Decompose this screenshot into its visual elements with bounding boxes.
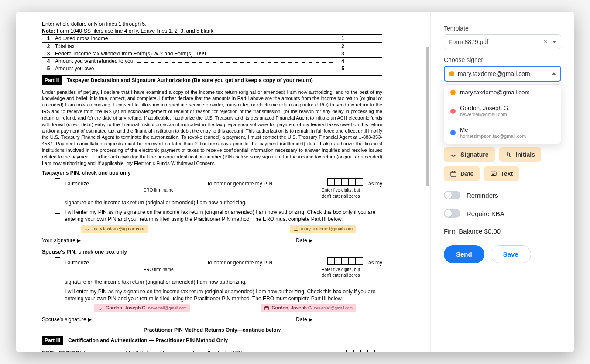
line-num: 5: [42, 65, 55, 72]
button-label: Date: [460, 170, 473, 177]
date-label: Date ▶: [296, 237, 312, 244]
checkbox-self-pin-taxpayer[interactable]: [55, 209, 60, 214]
taxpayer-authorize-row: I authorize to enter or generate my PIN …: [42, 178, 382, 206]
line-1: 1 Adjusted gross income 1: [42, 35, 382, 42]
signer-dot-icon: [450, 109, 456, 114]
calendar-icon: [293, 226, 298, 231]
svg-rect-0: [294, 227, 298, 231]
pin-boxes[interactable]: [327, 178, 363, 186]
template-label: Template: [444, 25, 561, 32]
part-ii-title: Taxpayer Declaration and Signature Autho…: [67, 77, 313, 83]
date-field-tag-taxpayer[interactable]: mary.taxdome@gmail.com: [290, 225, 356, 234]
part-iii-title: Certification and Authentication — Pract…: [68, 337, 228, 343]
as-my: as my: [368, 259, 382, 266]
scrollbar-thumb[interactable]: [426, 47, 429, 186]
field-type-buttons: Signature Initials Date Text: [444, 147, 561, 181]
kba-label: Require KBA: [467, 210, 504, 217]
template-value: Form 8879.pdf: [449, 38, 488, 45]
your-signature-label: Your signature ▶: [42, 237, 81, 244]
option-email: newemail@gmail.com: [460, 112, 510, 117]
part-iii-header: Part III Certification and Authenticatio…: [42, 336, 382, 345]
svg-rect-2: [451, 172, 456, 176]
button-label: Text: [501, 170, 513, 177]
send-button[interactable]: Send: [444, 245, 484, 263]
pin-trailing: to enter or generate my PIN: [208, 259, 272, 266]
enter-five-label: Enter five digits, but don't enter all z…: [317, 267, 365, 278]
option-name: Gordon, Joseph G.: [460, 105, 510, 112]
date-field-tag-spouse[interactable]: Gordon, Joseph G. newemail@gmail.com: [261, 304, 356, 312]
signature-field-tag-spouse[interactable]: Gordon, Joseph G. newemail@gmail.com: [94, 304, 190, 312]
add-signature-button[interactable]: Signature: [444, 147, 495, 162]
tag-email: mary.taxdome@gmail.com: [93, 226, 144, 232]
svg-rect-1: [264, 306, 268, 310]
scrollbar-track: [425, 29, 430, 186]
kba-toggle[interactable]: [444, 209, 460, 218]
signature-icon: [85, 226, 90, 231]
tag-email: newemail@gmail.com: [314, 306, 353, 310]
line-box: 1: [338, 35, 347, 42]
note-prefix: Note:: [42, 28, 55, 34]
form-8879-page: Enter whole dollars only on lines 1 thro…: [42, 21, 382, 352]
line-3: 3 Federal income tax withheld from Form(…: [42, 50, 382, 58]
option-name: Me: [460, 127, 526, 134]
efin-pin-boxes[interactable]: [305, 350, 382, 352]
add-date-button[interactable]: Date: [444, 166, 480, 181]
app-window: Enter whole dollars only on lines 1 thro…: [16, 12, 574, 352]
chevron-up-icon[interactable]: [552, 72, 556, 75]
line-2: 2 Total tax 2: [42, 43, 382, 50]
note-line: Note: Form 1040-SS filers use line 4 onl…: [42, 27, 382, 34]
reminders-row: Reminders: [444, 191, 561, 199]
signature-panel: Template Form 8879.pdf × Choose signer m…: [430, 12, 574, 352]
line-label: Total tax: [55, 43, 75, 50]
save-button[interactable]: Save: [491, 245, 531, 263]
add-initials-button[interactable]: Initials: [499, 147, 541, 162]
clear-template-icon[interactable]: ×: [544, 38, 548, 45]
date-label: Date ▶: [296, 316, 312, 323]
tag-email: newemail@gmail.com: [148, 306, 186, 310]
signer-select[interactable]: mary.taxdome@gmail.com: [444, 66, 561, 82]
authorize-text: I authorize: [65, 180, 89, 187]
part-iii-badge: Part III: [42, 336, 63, 345]
template-select[interactable]: Form 8879.pdf ×: [444, 34, 561, 49]
self-pin-text: I will enter my PIN as my signature on t…: [65, 209, 382, 223]
chevron-down-icon[interactable]: [552, 41, 556, 43]
balance-value: $0.00: [484, 227, 501, 235]
self-pin-text: I will enter my PIN as my signature on t…: [65, 288, 382, 302]
tag-name: Gordon, Joseph G.: [106, 305, 147, 310]
ero-firm-label: ERO firm name: [91, 187, 226, 199]
pin-boxes-spouse[interactable]: [327, 257, 363, 265]
document-viewer[interactable]: Enter whole dollars only on lines 1 thro…: [16, 12, 430, 352]
signer-option-mary[interactable]: mary.taxdome@gmail.com: [444, 85, 561, 100]
line-label: Amount you want refunded to you: [55, 58, 133, 65]
line-label: Adjusted gross income: [55, 35, 108, 42]
signer-option-me[interactable]: Me homersimpson.tax@gmail.com: [444, 122, 561, 144]
option-email: homersimpson.tax@gmail.com: [460, 134, 526, 139]
add-text-button[interactable]: Text: [484, 166, 519, 181]
authorize-text: I authorize: [65, 259, 89, 266]
signer-dropdown: mary.taxdome@gmail.com Gordon, Joseph G.…: [444, 84, 561, 144]
line-num: 3: [42, 50, 55, 57]
balance-label: Firm Balance: [444, 227, 484, 235]
line-label: Federal income tax withheld from Form(s)…: [55, 50, 206, 57]
practitioner-header: Practitioner PIN Method Returns Only—con…: [42, 326, 382, 333]
reminders-toggle[interactable]: [444, 191, 460, 199]
checkbox-self-pin-spouse[interactable]: [55, 288, 60, 293]
spouse-signature-label: Spouse's signature ▶: [42, 316, 92, 323]
signer-dot-icon: [450, 130, 456, 135]
calendar-icon: [450, 170, 457, 177]
signer-option-gordon[interactable]: Gordon, Joseph G. newemail@gmail.com: [444, 100, 561, 122]
signature-field-tag-taxpayer[interactable]: mary.taxdome@gmail.com: [81, 225, 148, 234]
checkbox-authorize-taxpayer[interactable]: [55, 178, 60, 183]
action-buttons: Send Save: [444, 245, 561, 263]
svg-rect-3: [491, 172, 496, 175]
checkbox-authorize-spouse[interactable]: [55, 257, 60, 262]
button-label: Initials: [516, 151, 535, 158]
taxpayer-self-pin-row: I will enter my PIN as my signature on t…: [42, 209, 382, 223]
text-icon: [490, 170, 497, 177]
line-num: 2: [42, 43, 55, 50]
button-label: Signature: [460, 151, 489, 158]
signature-icon: [450, 151, 457, 158]
part-ii-badge: Part II: [42, 76, 62, 85]
line-label: Amount you owe: [55, 65, 94, 72]
firm-balance: Firm Balance $0.00: [444, 227, 561, 235]
